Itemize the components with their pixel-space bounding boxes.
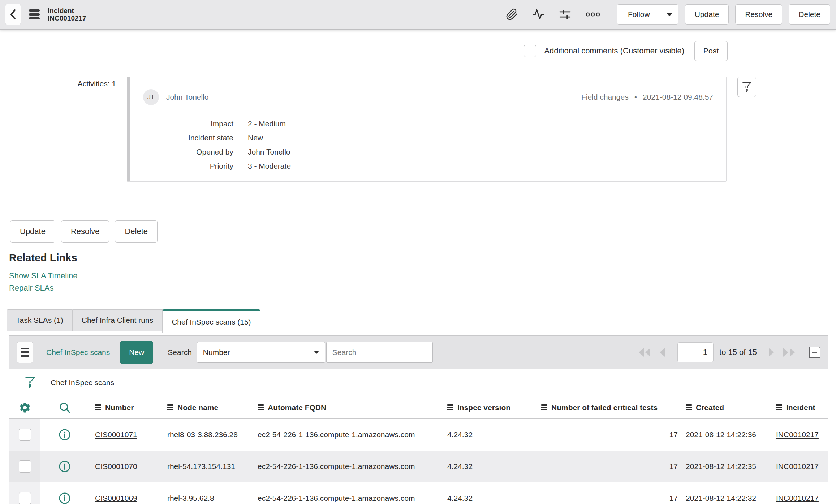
activity-stream-button[interactable] <box>532 8 545 21</box>
row-checkbox[interactable] <box>19 460 31 473</box>
last-page-button[interactable] <box>782 348 796 357</box>
show-sla-timeline-link[interactable]: Show SLA Timeline <box>9 271 78 281</box>
row-checkbox[interactable] <box>19 492 31 504</box>
repair-slas-link[interactable]: Repair SLAs <box>9 283 54 293</box>
attachment-button[interactable] <box>506 8 518 21</box>
list-column-search-button[interactable] <box>40 401 89 414</box>
column-header-node-name[interactable]: Node name <box>163 403 253 412</box>
column-header-incident[interactable]: Incident <box>772 403 828 412</box>
row-info-cell <box>40 492 89 504</box>
table-row: CIS0001071 rhel8-03-3.88.236.28 ec2-54-2… <box>9 419 828 451</box>
follow-button[interactable]: Follow <box>617 5 661 24</box>
info-icon[interactable] <box>59 460 71 473</box>
field-change-value: 3 - Moderate <box>248 162 713 170</box>
additional-comments-label: Additional comments (Customer visible) <box>544 46 684 56</box>
scan-number-link[interactable]: CIS0001071 <box>95 430 137 439</box>
activity-entry-card: JT John Tonello Field changes • 2021-08-… <box>127 77 727 182</box>
search-field-select[interactable]: Number <box>197 342 325 363</box>
column-header-created[interactable]: Created <box>681 403 772 412</box>
header-delete-button[interactable]: Delete <box>789 4 830 25</box>
list-pagination: to 15 of 15 <box>634 342 820 362</box>
follow-dropdown-button[interactable] <box>661 5 678 24</box>
info-icon[interactable] <box>59 492 71 504</box>
column-menu-icon <box>167 404 173 410</box>
column-menu-icon <box>541 404 547 410</box>
field-change-label: Priority <box>143 162 233 170</box>
info-icon[interactable] <box>59 429 71 441</box>
search-label: Search <box>168 348 192 357</box>
failed-critical-tests-cell: 17 <box>537 494 681 503</box>
field-change-value: 2 - Medium <box>248 120 713 128</box>
activity-filter-button[interactable] <box>737 77 756 97</box>
form-button-bar: Update Resolve Delete <box>10 220 836 243</box>
record-context-menu-icon[interactable] <box>29 9 40 19</box>
related-links-list: Show SLA Timeline Repair SLAs <box>9 271 836 293</box>
column-header-number[interactable]: Number <box>89 403 163 412</box>
row-checkbox-cell <box>9 419 40 451</box>
inspec-version-cell: 4.24.32 <box>443 430 537 439</box>
chevron-down-icon <box>314 351 319 354</box>
collapse-list-button[interactable] <box>809 347 820 358</box>
incident-link[interactable]: INC0010217 <box>776 462 819 470</box>
search-field-selected-value: Number <box>203 348 230 357</box>
field-change-label: Opened by <box>143 148 233 156</box>
funnel-icon[interactable] <box>25 376 35 389</box>
automate-fqdn-cell: ec2-54-226-1-136.compute-1.amazonaws.com <box>253 462 443 471</box>
tab-chef-inspec-scans[interactable]: Chef InSpec scans (15) <box>162 309 260 333</box>
scan-number-link[interactable]: CIS0001069 <box>95 494 137 502</box>
chevron-right-icon <box>768 348 775 357</box>
post-button[interactable]: Post <box>694 41 728 61</box>
paperclip-icon <box>506 8 518 21</box>
activity-author[interactable]: John Tonello <box>166 93 209 101</box>
page-start-input[interactable] <box>677 342 714 362</box>
back-button[interactable] <box>5 4 21 25</box>
row-checkbox[interactable] <box>19 429 31 441</box>
list-title[interactable]: Chef InSpec scans <box>46 348 110 357</box>
failed-critical-tests-cell: 17 <box>537 462 681 471</box>
failed-critical-tests-cell: 17 <box>537 430 681 439</box>
double-chevron-left-icon <box>637 348 652 357</box>
funnel-icon <box>742 81 752 93</box>
header-resolve-button[interactable]: Resolve <box>735 4 782 25</box>
personalize-form-button[interactable] <box>559 8 572 21</box>
column-header-label: Number <box>105 403 134 412</box>
pulse-icon <box>532 8 545 21</box>
created-cell: 2021-08-12 14:22:32 <box>681 494 772 503</box>
double-chevron-right-icon <box>782 348 796 357</box>
first-page-button[interactable] <box>637 348 652 357</box>
header-update-button[interactable]: Update <box>685 4 729 25</box>
list-filter-breadcrumb[interactable]: Chef InSpec scans <box>51 378 114 387</box>
activity-entry-header: JT John Tonello Field changes • 2021-08-… <box>143 89 713 105</box>
column-menu-icon <box>776 404 782 410</box>
next-page-button[interactable] <box>768 348 775 357</box>
incident-link[interactable]: INC0010217 <box>776 494 819 502</box>
column-header-failed-critical-tests[interactable]: Number of failed critical tests <box>537 403 681 412</box>
chef-inspec-scans-list: Chef InSpec scans New Search Number <box>9 335 828 504</box>
additional-comments-checkbox[interactable] <box>524 45 536 57</box>
record-type-label: Incident <box>48 7 86 14</box>
column-header-automate-fqdn[interactable]: Automate FQDN <box>253 403 443 412</box>
record-number-label: INC0010217 <box>48 14 86 22</box>
node-name-cell: rhel8-03-3.88.236.28 <box>163 430 253 439</box>
created-cell: 2021-08-12 14:22:35 <box>681 462 772 471</box>
column-header-inspec-version[interactable]: Inspec version <box>443 403 537 412</box>
incident-link[interactable]: INC0010217 <box>776 430 819 439</box>
form-delete-button[interactable]: Delete <box>115 220 158 243</box>
form-update-button[interactable]: Update <box>10 220 55 243</box>
list-context-menu-button[interactable] <box>17 342 33 363</box>
scan-number-link[interactable]: CIS0001070 <box>95 462 137 470</box>
column-menu-icon <box>258 404 264 410</box>
tab-chef-infra-client-runs[interactable]: Chef Infra Client runs <box>73 309 163 331</box>
gear-icon <box>19 401 31 414</box>
chevron-left-icon <box>9 9 17 20</box>
list-settings-button[interactable] <box>9 401 40 414</box>
row-info-cell <box>40 429 89 441</box>
tab-task-slas[interactable]: Task SLAs (1) <box>7 309 73 331</box>
list-search-input[interactable] <box>326 342 433 363</box>
sliders-icon <box>559 8 572 21</box>
more-options-button[interactable] <box>585 12 600 17</box>
previous-page-button[interactable] <box>658 348 665 357</box>
new-record-button[interactable]: New <box>120 341 153 364</box>
form-resolve-button[interactable]: Resolve <box>61 220 109 243</box>
chevron-down-icon <box>667 13 672 16</box>
